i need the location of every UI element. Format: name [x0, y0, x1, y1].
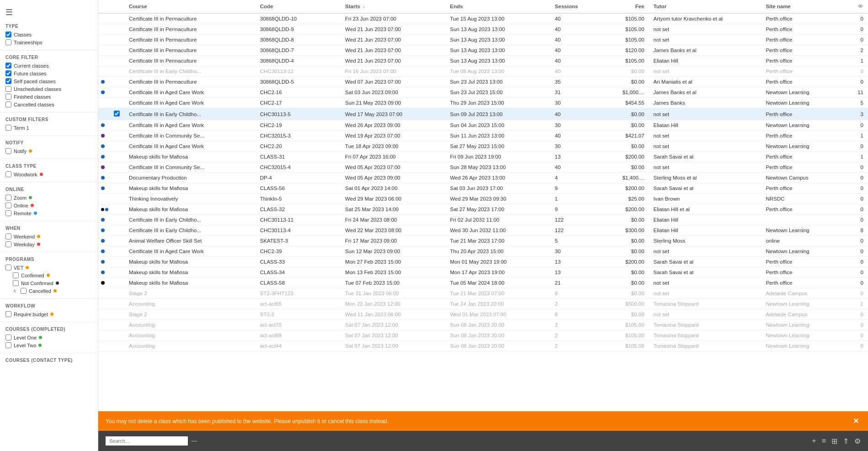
checkbox-cancelled[interactable]: [5, 101, 11, 107]
table-row[interactable]: Certificate III in Community Se...CHC320…: [98, 162, 868, 173]
col-site[interactable]: Site name: [761, 0, 853, 13]
table-row[interactable]: Certificate III in Early Childho...CHC30…: [98, 66, 868, 77]
table-row[interactable]: Certificate III in Aged Care WorkCHC2-19…: [98, 120, 868, 131]
ends-cell: Thu 29 Jun 2023 15:00: [445, 98, 550, 108]
col-ends[interactable]: Ends: [445, 0, 550, 13]
checkbox-traineeships[interactable]: [5, 39, 11, 45]
checkbox-require-budget[interactable]: [5, 311, 11, 317]
table-row[interactable]: Certificate III in Permaculture30868QLDD…: [98, 35, 868, 45]
fee-cell: $105.00: [596, 35, 649, 45]
table-row[interactable]: Accountingact-act69Sat 07 Jan 2023 12:00…: [98, 330, 868, 341]
row-checkbox-cell: [109, 215, 124, 225]
checkbox-self-paced[interactable]: [5, 78, 11, 84]
add-icon[interactable]: +: [812, 437, 816, 445]
col-sessions[interactable]: Sessions: [550, 0, 596, 13]
checkbox-vet[interactable]: [5, 265, 11, 271]
checkbox-finished[interactable]: [5, 94, 11, 100]
checkbox-woodwork[interactable]: [5, 171, 11, 177]
toast-message: You may not delete a class which has bee…: [106, 418, 389, 424]
table-row[interactable]: Certificate III in Permaculture30868QLDD…: [98, 56, 868, 66]
table-row[interactable]: Stage 2ST2-2Wed 11 Jan 2023 06:00Wed 01 …: [98, 309, 868, 320]
menu-icon[interactable]: ☰: [0, 4, 98, 21]
sessions-cell: 122: [550, 215, 596, 225]
sidebar-section-courses-completed: COURSES (COMPLETED) Level One Level Two: [0, 324, 98, 351]
checkbox-term1[interactable]: [5, 125, 11, 131]
list-view-icon[interactable]: ≡: [822, 437, 826, 445]
fee-cell: $0.00: [596, 141, 649, 152]
search-input[interactable]: [106, 436, 188, 446]
course-cell: Certificate III in Permaculture: [124, 45, 256, 56]
toast-close-button[interactable]: ✕: [851, 417, 861, 425]
sessions-cell: 31: [550, 87, 596, 98]
col-tutor[interactable]: Tutor: [649, 0, 761, 13]
last-cell: 0: [853, 35, 868, 45]
label-weekday: Weekday: [14, 242, 35, 247]
sidebar-section-when: WHEN Weekend Weekday: [0, 223, 98, 250]
tutor-cell: Ari Maniatis et al: [649, 77, 761, 87]
table-row[interactable]: Makeup skills for MafiosaCLASS-31Fri 07 …: [98, 152, 868, 162]
row-checkbox[interactable]: [114, 111, 120, 117]
sidebar-item-traineeships: Traineeships: [5, 38, 92, 46]
table-row[interactable]: Certificate III in Aged Care WorkCHC2-16…: [98, 87, 868, 98]
table-row[interactable]: Makeup skills for MafiosaCLASS-34Mon 13 …: [98, 267, 868, 278]
sessions-cell: 8: [550, 288, 596, 299]
checkbox-future-classes[interactable]: [5, 70, 11, 76]
table-row[interactable]: Certificate III in Permaculture30868QLDD…: [98, 13, 868, 24]
checkbox-online[interactable]: [5, 202, 11, 208]
checkbox-not-confirmed[interactable]: [13, 280, 19, 286]
checkbox-current-classes[interactable]: [5, 63, 11, 69]
table-row[interactable]: Certificate III in Permaculture30868QLDD…: [98, 45, 868, 56]
checkbox-level-two[interactable]: [5, 342, 11, 348]
tutor-cell: Tomasina Stoppard: [649, 320, 761, 330]
table-row[interactable]: Certificate III in Permaculture30868QLDD…: [98, 77, 868, 87]
code-cell: CLASS-58: [256, 278, 341, 288]
code-cell: 30868QLDD-8: [256, 35, 341, 45]
col-starts[interactable]: Starts ↓: [341, 0, 445, 13]
checkbox-level-one[interactable]: [5, 334, 11, 340]
fee-cell: $421.07: [596, 131, 649, 141]
checkbox-unscheduled[interactable]: [5, 86, 11, 92]
table-row[interactable]: Certificate III in Community Se...CHC320…: [98, 131, 868, 141]
table-row[interactable]: Makeup skills for MafiosaCLASS-32Sat 25 …: [98, 204, 868, 215]
checkbox-programmes-cancelled[interactable]: [21, 288, 27, 294]
course-cell: Makeup skills for Mafiosa: [124, 152, 256, 162]
table-row[interactable]: Makeup skills for MafiosaCLASS-58Tue 07 …: [98, 278, 868, 288]
checkbox-notify[interactable]: [5, 148, 11, 154]
col-course[interactable]: Course: [124, 0, 256, 13]
settings-icon[interactable]: ⚙: [854, 437, 861, 446]
dot-remote: [34, 212, 37, 215]
table-row[interactable]: Makeup skills for MafiosaCLASS-56Sat 01 …: [98, 183, 868, 194]
row-checkbox-cell: [109, 56, 124, 66]
col-code[interactable]: Code: [256, 0, 341, 13]
checkbox-weekend[interactable]: [5, 233, 11, 239]
table-row[interactable]: Certificate III in Aged Care WorkCHC2-17…: [98, 98, 868, 108]
table-row[interactable]: Animal Welfare Officer Skill SetSKATEST-…: [98, 236, 868, 246]
table-row[interactable]: Certificate III in Early Childho...CHC30…: [98, 108, 868, 120]
row-checkbox-cell: [109, 173, 124, 183]
table-row[interactable]: Certificate III in Early Childho...CHC30…: [98, 215, 868, 225]
course-cell: Certificate III in Aged Care Work: [124, 246, 256, 257]
checkbox-confirmed[interactable]: [13, 272, 19, 278]
checkbox-weekday[interactable]: [5, 241, 11, 247]
table-row[interactable]: Thinking InnovativelyThinkIn-5Wed 29 Mar…: [98, 194, 868, 204]
table-row[interactable]: Accountingact-act44Sat 07 Jan 2023 12:00…: [98, 341, 868, 351]
table-row[interactable]: Documentary ProductionDP-4Wed 05 Apr 202…: [98, 173, 868, 183]
grid-view-icon[interactable]: ⊞: [831, 437, 837, 446]
table-row[interactable]: Accountingact-act70Sat 07 Jan 2023 12:00…: [98, 320, 868, 330]
fee-cell: $0.00: [596, 309, 649, 320]
checkbox-remote[interactable]: [5, 210, 11, 216]
col-fee[interactable]: Fee: [596, 0, 649, 13]
table-row[interactable]: Certificate III in Permaculture30868QLDD…: [98, 24, 868, 35]
checkbox-zoom[interactable]: [5, 195, 11, 201]
table-row[interactable]: Accountingact-act65Mon 23 Jan 2023 12:00…: [98, 299, 868, 309]
collapse-icon[interactable]: ∧: [13, 288, 16, 294]
table-row[interactable]: Makeup skills for MafiosaCLASS-33Mon 27 …: [98, 257, 868, 267]
table-row[interactable]: Certificate III in Aged Care WorkCHC2-39…: [98, 246, 868, 257]
table-row[interactable]: Stage 2ST2-3FHT123Tue 31 Jan 2023 06:00T…: [98, 288, 868, 299]
course-cell: Accounting: [124, 320, 256, 330]
share-icon[interactable]: ⇑: [843, 437, 849, 446]
table-row[interactable]: Certificate III in Aged Care WorkCHC2-20…: [98, 141, 868, 152]
table-row[interactable]: Certificate III in Early Childho...CHC30…: [98, 225, 868, 236]
course-cell: Documentary Production: [124, 173, 256, 183]
checkbox-classes[interactable]: [5, 32, 11, 37]
